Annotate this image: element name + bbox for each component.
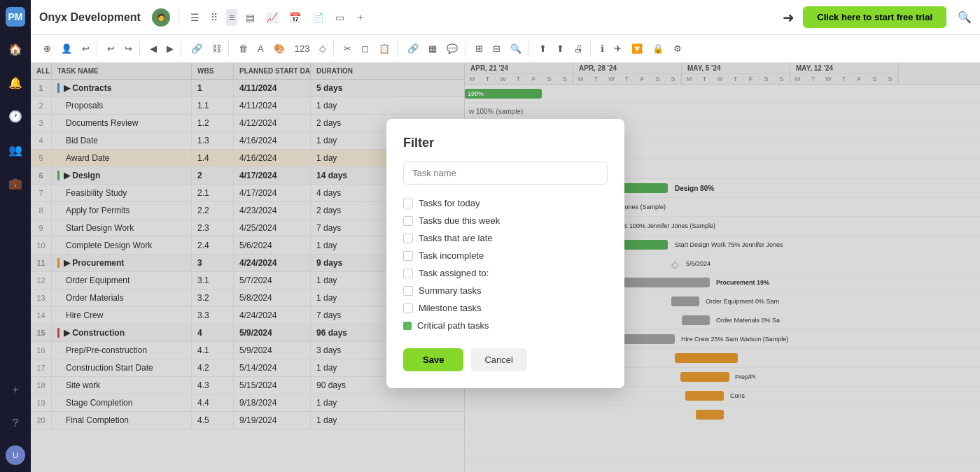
add-resource-button[interactable]: ↩ bbox=[78, 41, 94, 57]
toolbar: ⊕ 👤 ↩ ↩ ↪ ◀ ▶ 🔗 ⛓ 🗑 A 🎨 123 ◇ bbox=[31, 35, 980, 63]
toolbar-group-settings: ℹ ✈ 🔽 🔒 ⚙ bbox=[594, 41, 689, 57]
checkbox-this-week[interactable] bbox=[403, 216, 413, 226]
user-avatar[interactable]: U bbox=[6, 445, 25, 465]
toolbar-group-edit: 🗑 A 🎨 123 ◇ bbox=[232, 41, 334, 57]
delete-button[interactable]: 🗑 bbox=[234, 41, 252, 57]
sidebar-item-portfolio[interactable]: 💼 bbox=[4, 172, 27, 194]
gantt-icon[interactable]: ≡ bbox=[226, 9, 237, 26]
filter-label-late: Tasks that are late bbox=[419, 233, 493, 243]
checkbox-today[interactable] bbox=[403, 199, 413, 208]
divider-1 bbox=[178, 9, 179, 26]
table-col-button[interactable]: ⊟ bbox=[489, 41, 505, 57]
info-button[interactable]: ℹ bbox=[596, 41, 608, 57]
redo-button[interactable]: ↪ bbox=[120, 41, 136, 57]
toolbar-group-export: ⬆ ⬆ 🖨 bbox=[532, 41, 591, 57]
table-icon[interactable]: ▤ bbox=[243, 9, 258, 26]
toolbar-group-view: 🔗 ▦ 💬 bbox=[400, 41, 465, 57]
filter-item-late: Tasks that are late bbox=[403, 229, 608, 247]
search-icon[interactable]: 🔍 bbox=[958, 10, 972, 24]
checkbox-incomplete[interactable] bbox=[403, 251, 413, 261]
sidebar-item-people[interactable]: 👥 bbox=[4, 138, 27, 161]
critical-path-color-dot bbox=[403, 322, 412, 330]
cta-arrow-icon: ➜ bbox=[783, 9, 794, 26]
paint-button[interactable]: 🎨 bbox=[270, 41, 289, 57]
add-task-button[interactable]: ⊕ bbox=[39, 41, 55, 57]
sidebar-item-home[interactable]: 🏠 bbox=[4, 38, 27, 60]
filter-label-assigned: Task assigned to: bbox=[419, 268, 489, 278]
filter-actions: Save Cancel bbox=[403, 348, 608, 371]
zoom-button[interactable]: 🔍 bbox=[506, 41, 526, 57]
toolbar-group-cut: ✂ ◻ 📋 bbox=[337, 41, 398, 57]
lock-button[interactable]: 🔒 bbox=[648, 41, 668, 57]
number-button[interactable]: 123 bbox=[290, 41, 314, 57]
table-row-button[interactable]: ⊞ bbox=[471, 41, 487, 57]
filter-title: Filter bbox=[403, 136, 608, 150]
document-icon[interactable]: 📄 bbox=[309, 9, 327, 26]
filter-label-milestone: Milestone tasks bbox=[419, 303, 482, 313]
filter-item-milestone: Milestone tasks bbox=[403, 299, 608, 317]
sidebar-item-add[interactable]: ＋ bbox=[4, 378, 27, 401]
filter-cancel-button[interactable]: Cancel bbox=[470, 348, 526, 371]
chain-button[interactable]: 🔗 bbox=[403, 41, 423, 57]
top-bar: Onyx Development 🧑 ☰ ⠿ ≡ ▤ 📈 📅 📄 ▭ ＋ ➜ C… bbox=[31, 0, 980, 35]
content-area: ALL TASK NAME WBS PLANNED START DA ▼ DUR… bbox=[31, 63, 980, 472]
filter-button[interactable]: 🔽 bbox=[627, 41, 647, 57]
diamond-button[interactable]: ◇ bbox=[315, 41, 330, 57]
toolbar-group-table: ⊞ ⊟ 🔍 bbox=[468, 41, 529, 57]
share-button[interactable]: ⬆ bbox=[552, 41, 568, 57]
print-button[interactable]: 🖨 bbox=[570, 41, 587, 57]
add-view-icon[interactable]: ＋ bbox=[353, 8, 368, 27]
cta-button[interactable]: Click here to start free trial bbox=[803, 6, 946, 28]
hamburger-icon[interactable]: ☰ bbox=[188, 9, 202, 26]
panel-icon[interactable]: ▭ bbox=[332, 9, 347, 26]
grid-button[interactable]: ▦ bbox=[424, 41, 441, 57]
cut-button[interactable]: ✂ bbox=[340, 41, 356, 57]
copy-button[interactable]: ◻ bbox=[357, 41, 373, 57]
columns-icon[interactable]: ⠿ bbox=[208, 9, 220, 26]
project-title: Onyx Development bbox=[39, 11, 141, 24]
chart-icon[interactable]: 📈 bbox=[263, 9, 281, 26]
app-logo: PM bbox=[6, 7, 25, 27]
link-button[interactable]: 🔗 bbox=[187, 41, 206, 57]
checkbox-milestone[interactable] bbox=[403, 303, 413, 313]
checkbox-assigned[interactable] bbox=[403, 269, 413, 278]
undo-button[interactable]: ↩ bbox=[103, 41, 119, 57]
paste-button[interactable]: 📋 bbox=[374, 41, 394, 57]
toolbar-group-add: ⊕ 👤 ↩ bbox=[36, 41, 97, 57]
export-button[interactable]: ⬆ bbox=[535, 41, 551, 57]
indent-button[interactable]: ▶ bbox=[162, 41, 178, 57]
filter-label-summary: Summary tasks bbox=[419, 285, 482, 296]
calendar-icon[interactable]: 📅 bbox=[286, 9, 304, 26]
filter-search-input[interactable] bbox=[403, 162, 608, 185]
filter-item-today: Tasks for today bbox=[403, 194, 608, 212]
add-person-button[interactable]: 👤 bbox=[57, 41, 76, 57]
filter-item-incomplete: Task incomplete bbox=[403, 247, 608, 264]
sidebar-item-help[interactable]: ？ bbox=[4, 412, 27, 434]
filter-item-assigned: Task assigned to: bbox=[403, 264, 608, 282]
toolbar-group-link: 🔗 ⛓ bbox=[184, 41, 229, 57]
filter-label-incomplete: Task incomplete bbox=[419, 250, 484, 261]
filter-item-summary: Summary tasks bbox=[403, 282, 608, 299]
filter-item-this-week: Tasks due this week bbox=[403, 212, 608, 229]
outdent-button[interactable]: ◀ bbox=[146, 41, 161, 57]
filter-label-this-week: Tasks due this week bbox=[419, 215, 500, 226]
toolbar-group-indent: ◀ ▶ bbox=[143, 41, 181, 57]
checkbox-late[interactable] bbox=[403, 234, 413, 243]
font-button[interactable]: A bbox=[253, 41, 268, 57]
toolbar-group-undo: ↩ ↪ bbox=[100, 41, 140, 57]
unlink-button[interactable]: ⛓ bbox=[208, 41, 225, 57]
filter-item-critical: Critical path tasks bbox=[403, 317, 608, 334]
send-button[interactable]: ✈ bbox=[610, 41, 626, 57]
sidebar-item-clock[interactable]: 🕐 bbox=[4, 105, 27, 127]
gear-button[interactable]: ⚙ bbox=[669, 41, 686, 57]
filter-label-critical: Critical path tasks bbox=[417, 320, 489, 331]
project-avatar: 🧑 bbox=[152, 8, 170, 27]
chat-button[interactable]: 💬 bbox=[442, 41, 462, 57]
filter-label-today: Tasks for today bbox=[419, 198, 479, 208]
filter-save-button[interactable]: Save bbox=[403, 348, 463, 371]
modal-overlay[interactable]: Filter Tasks for today Tasks due this we… bbox=[31, 63, 980, 472]
sidebar-item-notifications[interactable]: 🔔 bbox=[4, 71, 27, 94]
left-sidebar: PM 🏠 🔔 🕐 👥 💼 ＋ ？ U bbox=[0, 0, 31, 472]
checkbox-summary[interactable] bbox=[403, 286, 413, 296]
filter-modal: Filter Tasks for today Tasks due this we… bbox=[386, 119, 624, 388]
